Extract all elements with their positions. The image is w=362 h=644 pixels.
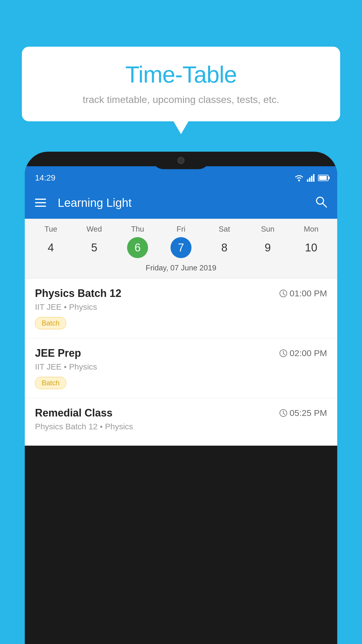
schedule-item-subtitle: IIT JEE • Physics (35, 302, 327, 312)
status-time: 14:29 (35, 173, 55, 183)
schedule-item-header: Remedial Class 05:25 PM (35, 407, 327, 419)
phone-notch (152, 152, 210, 169)
svg-point-0 (298, 180, 300, 181)
day-item[interactable]: Thu6 (120, 225, 155, 258)
svg-line-9 (283, 294, 285, 295)
status-bar: 14:29 (25, 166, 337, 187)
phone-container: 14:29 (25, 152, 337, 644)
bubble-subtitle: track timetable, upcoming classes, tests… (39, 94, 323, 105)
day-name: Mon (304, 225, 319, 234)
svg-line-6 (323, 203, 326, 207)
schedule-content: Physics Batch 12 01:00 PM IIT JEE • Phys… (25, 279, 337, 446)
day-item[interactable]: Mon10 (294, 225, 328, 258)
schedule-item-title: Remedial Class (35, 407, 113, 419)
phone-screen: 14:29 (25, 152, 337, 644)
clock-icon (279, 349, 287, 357)
camera (178, 157, 184, 164)
days-row: Tue4Wed5Thu6Fri7Sat8Sun9Mon10 (25, 225, 337, 258)
day-name: Wed (87, 225, 102, 234)
schedule-item[interactable]: Physics Batch 12 01:00 PM IIT JEE • Phys… (25, 279, 337, 338)
svg-line-12 (283, 354, 285, 355)
menu-line-2 (35, 202, 46, 203)
day-item[interactable]: Sat8 (207, 225, 242, 258)
schedule-item-subtitle: IIT JEE • Physics (35, 362, 327, 372)
day-item[interactable]: Tue4 (33, 225, 68, 258)
svg-rect-3 (311, 176, 312, 182)
svg-rect-1 (307, 179, 308, 182)
search-button[interactable] (315, 195, 327, 210)
day-name: Sat (219, 225, 230, 234)
day-number: 8 (214, 237, 235, 258)
day-number: 5 (84, 237, 105, 258)
schedule-item-header: JEE Prep 02:00 PM (35, 347, 327, 359)
schedule-item-title: Physics Batch 12 (35, 287, 121, 300)
schedule-item-time: 02:00 PM (279, 348, 327, 358)
speech-bubble: Time-Table track timetable, upcoming cla… (22, 47, 340, 121)
wifi-icon (294, 174, 304, 182)
schedule-item-title: JEE Prep (35, 347, 81, 359)
svg-rect-2 (309, 178, 310, 182)
schedule-item-header: Physics Batch 12 01:00 PM (35, 287, 327, 300)
day-item[interactable]: Fri7 (164, 225, 198, 258)
phone-frame: 14:29 (25, 152, 337, 644)
phone-inner-content: 14:29 (25, 166, 337, 446)
toolbar-title: Learning Light (58, 196, 303, 209)
day-name: Sun (261, 225, 275, 234)
day-number: 7 (171, 237, 191, 258)
app-toolbar: Learning Light (25, 187, 337, 219)
bubble-title: Time-Table (39, 61, 323, 88)
speech-bubble-container: Time-Table track timetable, upcoming cla… (22, 47, 340, 121)
battery-icon (318, 175, 328, 181)
schedule-item-time: 01:00 PM (279, 288, 327, 298)
batch-badge: Batch (35, 317, 66, 329)
day-item[interactable]: Sun9 (250, 225, 285, 258)
menu-line-1 (35, 199, 46, 200)
menu-line-3 (35, 206, 46, 207)
clock-icon (279, 409, 287, 417)
svg-line-15 (283, 413, 285, 414)
selected-date: Friday, 07 June 2019 (25, 258, 337, 279)
signal-icon (307, 174, 315, 182)
day-item[interactable]: Wed5 (77, 225, 112, 258)
clock-icon (279, 289, 287, 298)
day-number: 10 (301, 237, 321, 258)
day-number: 4 (40, 237, 61, 258)
day-name: Tue (45, 225, 57, 234)
day-name: Fri (177, 225, 185, 234)
schedule-item[interactable]: Remedial Class 05:25 PM Physics Batch 12… (25, 398, 337, 446)
menu-button[interactable] (35, 199, 46, 207)
battery-fill (319, 176, 327, 180)
day-number: 9 (257, 237, 278, 258)
batch-badge: Batch (35, 377, 66, 389)
status-icons (294, 174, 328, 182)
day-number: 6 (127, 237, 148, 258)
schedule-item-time: 05:25 PM (279, 408, 327, 418)
schedule-item-subtitle: Physics Batch 12 • Physics (35, 422, 327, 431)
svg-rect-4 (313, 174, 314, 182)
calendar-strip: Tue4Wed5Thu6Fri7Sat8Sun9Mon10 Friday, 07… (25, 219, 337, 279)
day-name: Thu (131, 225, 144, 234)
schedule-item[interactable]: JEE Prep 02:00 PM IIT JEE • Physics Batc… (25, 338, 337, 398)
